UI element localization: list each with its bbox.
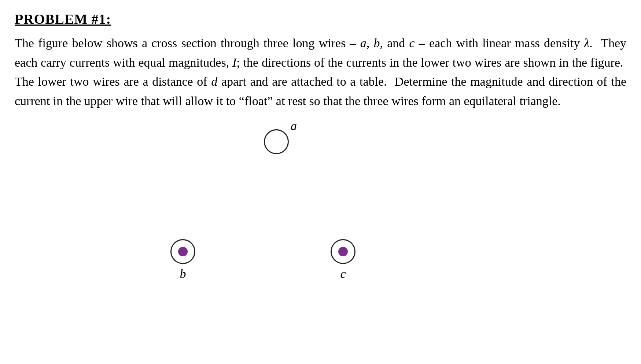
wire-b-dot xyxy=(178,247,188,256)
diagram-area: a b c xyxy=(15,126,626,301)
wire-b-label: b xyxy=(180,267,186,281)
wire-c: c xyxy=(331,239,356,281)
wire-c-label: c xyxy=(340,267,346,281)
wire-b-circle xyxy=(170,239,195,264)
wire-c-circle xyxy=(331,239,356,264)
wire-c-dot xyxy=(338,247,348,256)
problem-body: The figure below shows a cross section t… xyxy=(15,34,626,111)
page-container: PROBLEM #1: The figure below shows a cro… xyxy=(15,11,626,301)
wire-a: a xyxy=(264,129,289,154)
wire-a-circle xyxy=(264,129,289,154)
wire-a-label: a xyxy=(291,119,297,133)
problem-title: PROBLEM #1: xyxy=(15,11,626,27)
wire-b: b xyxy=(170,239,195,281)
